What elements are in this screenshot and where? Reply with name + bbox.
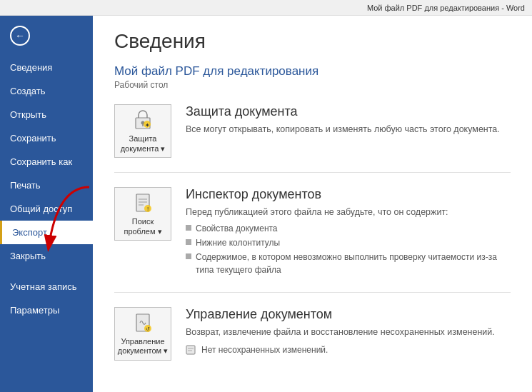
inspect-card-body: Инспектор документов Перед публикацией э…	[186, 187, 511, 278]
protect-card-title: Защита документа	[186, 104, 511, 119]
bullet-icon-3	[186, 253, 191, 259]
inspect-card-title: Инспектор документов	[186, 187, 511, 202]
inspect-bullet-3: Содержимое, в котором невозможно выполни…	[186, 251, 511, 276]
title-bar: Мой файл PDF для редактирования - Word	[0, 0, 532, 16]
page-title: Сведения	[114, 30, 511, 53]
protect-card: ✦ Защитадокумента ▾ Защита документа Все…	[114, 104, 511, 173]
manage-note-icon	[186, 345, 196, 355]
inspect-card-desc: Перед публикацией этого файла не забудьт…	[186, 206, 511, 276]
bullet-icon-1	[186, 225, 191, 231]
inspect-card: ! Поискпроблем ▾ Инспектор документов Пе…	[114, 187, 511, 293]
title-text: Мой файл PDF для редактирования - Word	[367, 4, 525, 12]
sidebar-item-eksport[interactable]: Экспорт	[0, 221, 93, 244]
bullet-icon-2	[186, 239, 191, 245]
sidebar-item-obshiy-dostup[interactable]: Общий доступ	[0, 197, 93, 221]
manage-note-row: Нет несохраненных изменений.	[186, 343, 511, 356]
svg-text:✦: ✦	[145, 122, 150, 129]
protect-card-body: Защита документа Все могут открывать, ко…	[186, 104, 511, 136]
svg-rect-15	[186, 346, 195, 354]
main-content: Сведения Мой файл PDF для редактирования…	[93, 16, 532, 392]
sidebar-item-parametry[interactable]: Параметры	[0, 298, 93, 322]
sidebar-item-sohranit[interactable]: Сохранить	[0, 126, 93, 150]
manage-card-body: Управление документом Возврат, извлечени…	[186, 307, 511, 356]
svg-text:↺: ↺	[146, 326, 150, 331]
manage-icon-label: Управлениедокументом ▾	[118, 337, 168, 356]
svg-text:!: !	[147, 206, 149, 212]
sidebar-item-zakryt[interactable]: Закрыть	[0, 244, 93, 268]
inspect-icon-label: Поискпроблем ▾	[124, 217, 161, 236]
protect-card-desc: Все могут открывать, копировать и изменя…	[186, 123, 511, 136]
sidebar-nav: Сведения Создать Открыть Сохранить Сохра…	[0, 56, 93, 322]
inspect-bullet-1: Свойства документа	[186, 222, 511, 235]
manage-icon-button[interactable]: ↺ Управлениедокументом ▾	[114, 307, 171, 361]
sidebar-item-otkryt[interactable]: Открыть	[0, 103, 93, 126]
back-circle-icon: ←	[10, 26, 30, 46]
sidebar-item-sozdat[interactable]: Создать	[0, 79, 93, 103]
sidebar: ← Сведения Создать Открыть Сохранить Сох…	[0, 16, 93, 392]
protect-icon-button[interactable]: ✦ Защитадокумента ▾	[114, 104, 171, 158]
inspect-card-desc-text: Перед публикацией этого файла не забудьт…	[186, 207, 448, 217]
doc-location: Рабочий стол	[114, 80, 511, 90]
sidebar-item-sohranit-kak[interactable]: Сохранить как	[0, 150, 93, 174]
manage-desc-text: Возврат, извлечение файла и восстановлен…	[186, 327, 495, 337]
manage-card-desc: Возврат, извлечение файла и восстановлен…	[186, 326, 511, 356]
manage-card-title: Управление документом	[186, 307, 511, 322]
doc-title: Мой файл PDF для редактирования	[114, 64, 511, 79]
inspect-bullets: Свойства документа Нижние колонтитулы Со…	[186, 222, 511, 276]
back-button[interactable]: ←	[6, 21, 34, 50]
manage-card: ↺ Управлениедокументом ▾ Управление доку…	[114, 307, 511, 375]
sidebar-item-svedenia[interactable]: Сведения	[0, 56, 93, 79]
app-body: ← Сведения Создать Открыть Сохранить Сох…	[0, 16, 532, 392]
inspect-bullet-2: Нижние колонтитулы	[186, 236, 511, 249]
sidebar-item-uchetcaya-zapis[interactable]: Учетная запись	[0, 275, 93, 298]
manage-note-text: Нет несохраненных изменений.	[201, 343, 328, 356]
protect-icon-label: Защитадокумента ▾	[121, 134, 166, 153]
sidebar-item-pechat[interactable]: Печать	[0, 174, 93, 197]
inspect-icon-button[interactable]: ! Поискпроблем ▾	[114, 187, 171, 241]
